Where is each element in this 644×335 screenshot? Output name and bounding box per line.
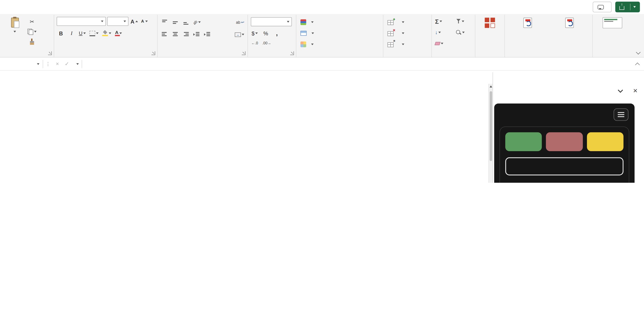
clear-button[interactable]: [434, 39, 451, 48]
bold-button[interactable]: B: [56, 29, 65, 38]
comments-button[interactable]: [593, 2, 612, 12]
delete-cells-button[interactable]: ×: [386, 28, 406, 39]
alignment-dialog-launcher[interactable]: [242, 51, 246, 55]
create-pdf-outlook-button[interactable]: [549, 16, 590, 30]
menubar-right: [593, 2, 644, 12]
align-right-button[interactable]: [182, 30, 190, 39]
scroll-thumb[interactable]: [490, 91, 492, 161]
formula-bar-collapse-chevron[interactable]: [635, 63, 640, 67]
conditional-formatting-button[interactable]: [299, 16, 315, 28]
chevron-down-icon: [402, 32, 404, 34]
ribbon-group-clipboard: ✂: [2, 15, 54, 57]
end-button[interactable]: [546, 132, 583, 151]
panel-title: [500, 111, 502, 118]
font-color-button[interactable]: A: [114, 29, 123, 38]
increase-font-size-button[interactable]: A: [130, 17, 139, 26]
clipboard-dialog-launcher[interactable]: [48, 51, 52, 55]
ribbon-group-acrobat: [505, 15, 593, 57]
font-size-combo[interactable]: [107, 17, 128, 26]
chevron-down-icon[interactable]: [618, 87, 623, 93]
close-icon[interactable]: ×: [633, 87, 637, 95]
decrease-font-size-button[interactable]: A: [140, 17, 149, 26]
paste-icon: [11, 18, 19, 28]
cell-styles-button[interactable]: [299, 39, 315, 50]
align-left-button[interactable]: [160, 30, 169, 39]
align-middle-button[interactable]: [171, 18, 180, 27]
start-button[interactable]: [505, 132, 542, 151]
addins-button[interactable]: [478, 16, 502, 30]
chevron-down-icon: [255, 33, 258, 34]
format-cells-button[interactable]: ■: [386, 39, 406, 50]
cancel-button[interactable]: ×: [53, 61, 62, 67]
fill-button[interactable]: ↓: [434, 28, 451, 37]
autosum-button[interactable]: Σ: [434, 17, 451, 26]
chevron-down-icon: [198, 21, 200, 23]
number-format-combo[interactable]: [251, 17, 292, 26]
wrap-text-button[interactable]: ab↩: [235, 18, 245, 27]
orientation-icon: ab: [192, 19, 198, 25]
sigma-icon: Σ: [435, 18, 439, 25]
stock-widget[interactable]: [602, 17, 622, 29]
underline-button[interactable]: U: [78, 29, 87, 38]
font-name-combo[interactable]: [56, 17, 106, 26]
decrease-indent-button[interactable]: [192, 30, 201, 39]
accounting-format-button[interactable]: $: [250, 29, 259, 38]
decrease-decimal-button[interactable]: .00→: [261, 39, 272, 48]
chevron-down-icon: [287, 21, 289, 23]
vertical-scrollbar[interactable]: [488, 84, 492, 183]
sort-filter-button[interactable]: [455, 17, 472, 26]
ribbon-group-addins: [475, 15, 505, 57]
paste-button[interactable]: [4, 16, 25, 33]
collapse-ribbon-chevron[interactable]: [636, 50, 641, 55]
comma-style-button[interactable]: ,: [272, 29, 281, 38]
borders-button[interactable]: [88, 29, 99, 38]
ribbon-group-cells: + × ■: [383, 15, 432, 57]
percent-style-button[interactable]: %: [261, 29, 270, 38]
share-button[interactable]: [615, 2, 640, 12]
number-dialog-launcher[interactable]: [290, 51, 294, 55]
wrap-text-icon: ab: [236, 20, 240, 25]
cut-button[interactable]: ✂: [27, 17, 37, 26]
fill-color-button[interactable]: [101, 29, 112, 38]
copy-button[interactable]: [27, 27, 37, 36]
load-next-exercise-button[interactable]: [505, 157, 624, 176]
drag-handle-icon: ⋮: [43, 61, 53, 67]
share-icon: [620, 6, 624, 10]
fill-color-icon: [102, 31, 108, 36]
merge-center-button[interactable]: ↔: [234, 30, 245, 39]
increase-decimal-button[interactable]: ←.0: [250, 39, 259, 48]
insert-function-button[interactable]: [72, 63, 82, 65]
arrow-up-icon: [136, 21, 138, 22]
hamburger-icon: [618, 112, 624, 113]
spreadsheet-grid[interactable]: [0, 72, 492, 183]
scroll-up-arrow[interactable]: [489, 84, 493, 89]
format-painter-button[interactable]: [27, 37, 37, 46]
chevron-down-icon: [462, 21, 464, 22]
orientation-button[interactable]: ab: [192, 18, 201, 27]
name-box[interactable]: [0, 58, 43, 70]
lingo-trainer-panel: [494, 104, 634, 183]
divider: [630, 4, 630, 10]
pane-header: ×: [493, 85, 644, 97]
create-pdf-share-link-button[interactable]: [507, 16, 548, 30]
align-top-button[interactable]: [160, 18, 169, 27]
insert-cells-button[interactable]: +: [386, 16, 406, 28]
increase-indent-button[interactable]: [203, 30, 212, 39]
align-bottom-button[interactable]: [182, 18, 190, 27]
ribbon-group-number: $ % , ←.0 .00→: [248, 15, 296, 57]
chevron-down-icon: [311, 21, 314, 23]
formula-input[interactable]: [82, 58, 634, 70]
italic-button[interactable]: I: [67, 29, 76, 38]
ribbon-group-stock: [593, 15, 632, 57]
stock-line: [604, 19, 617, 20]
menu-button[interactable]: [614, 108, 628, 121]
enter-button[interactable]: ✓: [62, 61, 72, 67]
lingo-trainer-pane: ×: [492, 72, 644, 183]
check-button[interactable]: [587, 132, 624, 151]
merge-icon: ↔: [235, 32, 241, 37]
align-center-button[interactable]: [171, 30, 180, 39]
format-as-table-button[interactable]: [299, 28, 316, 39]
copy-icon: [28, 29, 33, 35]
find-select-button[interactable]: [455, 28, 472, 37]
font-dialog-launcher[interactable]: [152, 51, 155, 55]
